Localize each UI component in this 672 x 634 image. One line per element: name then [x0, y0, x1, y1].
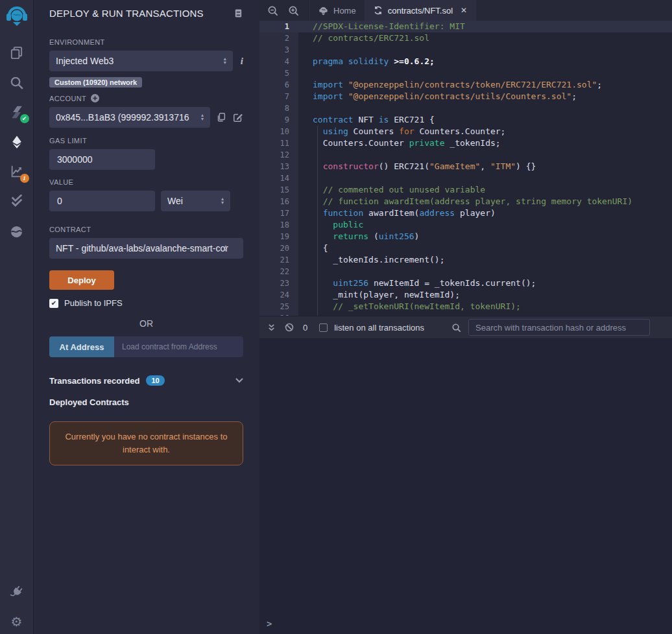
line-number: 2	[259, 32, 298, 44]
code-line: 3	[259, 44, 672, 56]
panel-title: DEPLOY & RUN TRANSACTIONS	[49, 8, 204, 19]
line-number: 6	[259, 79, 298, 91]
environment-info-icon[interactable]: i	[241, 56, 243, 67]
line-number: 7	[259, 91, 298, 102]
editor-tabbar: Home contracts/NFT.sol ✕	[259, 0, 672, 21]
at-address-button[interactable]: At Address	[49, 336, 114, 357]
unit-testing-icon[interactable]	[8, 193, 25, 210]
zoom-out-icon[interactable]	[267, 5, 278, 16]
publish-ipfs-checkbox[interactable]: ✔	[49, 299, 58, 308]
stepper-icon: ▴▾	[217, 197, 224, 205]
stepper-icon: ▴▾	[220, 57, 226, 65]
settings-gear-icon[interactable]: ⚙	[8, 613, 25, 630]
terminal-search-icon	[451, 323, 461, 333]
pending-tx-count: 0	[303, 323, 307, 333]
line-number: 24	[259, 289, 298, 301]
copy-account-icon[interactable]	[216, 112, 226, 123]
code-line: 24 _mint(player, newItemId);	[259, 289, 672, 301]
terminal-content[interactable]: >	[259, 339, 672, 634]
add-account-icon[interactable]	[91, 94, 99, 102]
at-address-input[interactable]	[114, 336, 243, 357]
account-label: ACCOUNT	[49, 94, 243, 102]
listen-transactions-label: listen on all transactions	[334, 323, 424, 333]
transactions-recorded-toggle[interactable]: Transactions recorded 10	[49, 375, 243, 386]
line-number: 15	[259, 184, 298, 196]
code-line: 13 constructor() ERC721("GameItem", "ITM…	[259, 161, 672, 172]
environment-select[interactable]: Injected Web3 ▴▾	[49, 51, 233, 71]
no-instances-message: Currently you have no contract instances…	[49, 421, 243, 465]
code-line: 20 {	[259, 242, 672, 254]
sourcify-icon[interactable]	[8, 223, 25, 240]
zoom-in-icon[interactable]	[287, 5, 299, 16]
sign-message-icon[interactable]	[233, 112, 243, 123]
line-number: 18	[259, 219, 298, 231]
editor-column: Home contracts/NFT.sol ✕ 1//SPDX-Licens	[259, 0, 672, 634]
tab-nft-sol-label: contracts/NFT.sol	[388, 6, 453, 16]
remix-logo-icon[interactable]	[5, 5, 29, 29]
code-line: 26	[259, 312, 672, 316]
network-badge: Custom (10920) network	[49, 77, 142, 88]
plugin-manager-icon[interactable]	[8, 583, 25, 600]
environment-label: ENVIRONMENT	[49, 38, 243, 46]
scenario-book-icon[interactable]	[234, 8, 243, 18]
terminal-bar: 0 listen on all transactions	[259, 316, 672, 339]
account-select[interactable]: 0x845...B1aB3 (999992.3913716 ▴▾	[49, 107, 210, 128]
value-unit-select[interactable]: Wei ▴▾	[161, 191, 230, 211]
line-number: 3	[259, 44, 298, 56]
code-editor[interactable]: 1//SPDX-License-Identifier: MIT2// contr…	[259, 21, 672, 316]
file-explorer-icon[interactable]	[8, 44, 25, 61]
chevron-down-icon	[235, 378, 243, 383]
code-line: 14	[259, 172, 672, 184]
gas-limit-input[interactable]	[49, 149, 155, 170]
deploy-button[interactable]: Deploy	[49, 270, 114, 290]
tab-home[interactable]: Home	[309, 0, 365, 21]
or-divider: OR	[49, 318, 243, 329]
line-number: 22	[259, 266, 298, 277]
solidity-compiler-icon[interactable]: ✔	[8, 104, 25, 121]
value-input[interactable]	[49, 191, 155, 211]
code-line: 1//SPDX-License-Identifier: MIT	[259, 21, 672, 32]
deploy-run-panel: DEPLOY & RUN TRANSACTIONS ENVIRONMENT In…	[34, 0, 259, 634]
remix-home-icon	[318, 6, 328, 16]
compiler-success-badge: ✔	[20, 114, 29, 123]
code-line: 15 // commented out unused variable	[259, 184, 672, 196]
remix-ide-window: ✔ 1	[0, 0, 672, 634]
code-line: 19 returns (uint256)	[259, 231, 672, 242]
line-number: 16	[259, 196, 298, 207]
line-number: 25	[259, 301, 298, 312]
code-line: 6import "@openzeppelin/contracts/token/E…	[259, 79, 672, 91]
search-icon[interactable]	[8, 74, 25, 91]
code-line: 2// contracts/ERC721.sol	[259, 32, 672, 44]
line-number: 8	[259, 102, 298, 114]
line-number: 1	[259, 21, 298, 32]
clear-console-icon[interactable]	[285, 323, 294, 332]
code-line: 8	[259, 102, 672, 114]
code-line: 22	[259, 266, 672, 277]
code-line: 11 Counters.Counter private _tokenIds;	[259, 137, 672, 149]
tab-nft-sol[interactable]: contracts/NFT.sol ✕	[365, 0, 476, 21]
line-number: 5	[259, 67, 298, 79]
terminal-search-input[interactable]	[468, 319, 650, 336]
line-number: 4	[259, 56, 298, 67]
value-label: VALUE	[49, 178, 243, 186]
code-line: 7import "@openzeppelin/contracts/utils/C…	[259, 91, 672, 102]
stepper-icon: ▴▾	[197, 113, 204, 121]
stepper-icon: ▴▾	[224, 244, 227, 252]
line-number: 9	[259, 114, 298, 126]
contract-label: CONTRACT	[49, 226, 243, 233]
transactions-count-badge: 10	[146, 375, 164, 386]
contract-select[interactable]: NFT - github/ava-labs/avalanche-smart-co…	[49, 238, 243, 259]
file-sync-icon	[374, 6, 383, 15]
line-number: 20	[259, 242, 298, 254]
code-line: 9contract NFT is ERC721 {	[259, 114, 672, 126]
deploy-and-run-icon[interactable]	[8, 134, 25, 150]
code-line: 16 // function awardItem(address player,…	[259, 196, 672, 207]
line-number: 23	[259, 277, 298, 289]
close-tab-icon[interactable]: ✕	[461, 6, 467, 15]
analytics-icon[interactable]: 1	[8, 163, 25, 180]
terminal-expand-icon[interactable]	[267, 323, 276, 332]
line-number: 21	[259, 254, 298, 266]
listen-transactions-checkbox[interactable]	[319, 323, 328, 332]
line-number: 26	[259, 312, 298, 316]
line-number: 10	[259, 126, 298, 137]
